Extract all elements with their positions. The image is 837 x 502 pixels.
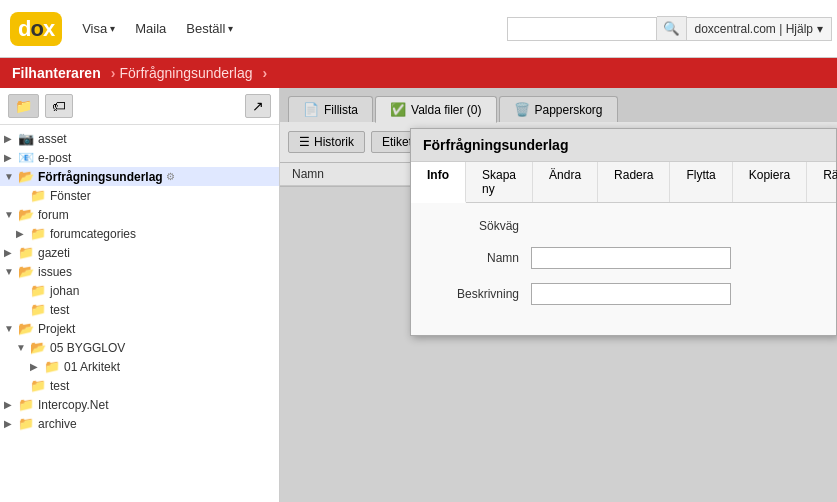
breadcrumb-root: Filhanteraren [12, 65, 101, 81]
toggle-icon: ▶ [4, 133, 18, 144]
breadcrumb-arrow: › [262, 65, 267, 81]
folder-open-icon: 📂 [18, 264, 34, 279]
toggle-icon: ▼ [4, 266, 18, 277]
folder-icon: 📁 [30, 302, 46, 317]
tree-label: Fönster [50, 189, 91, 203]
popup-body: Sökväg Namn Beskrivning [411, 203, 836, 335]
popup-tab-info[interactable]: Info [411, 162, 466, 203]
breadcrumb-current[interactable]: Förfrågningsunderlag [119, 65, 252, 81]
search-button[interactable]: 🔍 [657, 16, 687, 41]
toggle-icon: ▶ [4, 418, 18, 429]
tree-label: Projekt [38, 322, 75, 336]
folder-open-icon: 📂 [18, 169, 34, 184]
toggle-icon: ▶ [4, 399, 18, 410]
folder-icon: 📁 [18, 245, 34, 260]
toggle-icon: ▼ [4, 323, 18, 334]
folder-view-btn[interactable]: 📁 [8, 94, 39, 118]
tree-label: 05 BYGGLOV [50, 341, 125, 355]
tree-item-bygglov[interactable]: ▼ 📂 05 BYGGLOV [0, 338, 279, 357]
popup-tab-rattigheter[interactable]: Rättighetskontroll [807, 162, 837, 202]
external-link-btn[interactable]: ↗ [245, 94, 271, 118]
tree-label: asset [38, 132, 67, 146]
folder-icon: 📧 [18, 150, 34, 165]
settings-icon[interactable]: ⚙ [166, 171, 175, 182]
tree-label: 01 Arkitekt [64, 360, 120, 374]
popup-tabs: Info Skapa ny Ändra Radera Flytta Kopier… [411, 162, 836, 203]
tree-item-intercopy[interactable]: ▶ 📁 Intercopy.Net [0, 395, 279, 414]
help-area[interactable]: doxcentral.com | Hjälp ▾ [686, 17, 833, 41]
form-row-namn: Namn [431, 247, 816, 269]
tree-label: forumcategories [50, 227, 136, 241]
folder-open-icon: 📂 [18, 207, 34, 222]
tree-item-forumcategories[interactable]: ▶ 📁 forumcategories [0, 224, 279, 243]
search-area: 🔍 [507, 16, 687, 41]
tree-label: gazeti [38, 246, 70, 260]
tree-item-forfragan[interactable]: ▼ 📂 Förfrågningsunderlag ⚙ [0, 167, 279, 186]
sidebar: 📁 🏷 ↗ ▶ 📷 asset ▶ 📧 e-post ▼ 📂 Förfrågni… [0, 88, 280, 502]
tree-label: Förfrågningsunderlag [38, 170, 163, 184]
popup-tab-kopiera[interactable]: Kopiera [733, 162, 807, 202]
right-panel: 📄 Fillista ✅ Valda filer (0) 🗑️ Pappersk… [280, 88, 837, 502]
folder-icon: 📁 [18, 397, 34, 412]
toggle-icon: ▶ [16, 228, 30, 239]
sidebar-toolbar: 📁 🏷 ↗ [0, 88, 279, 125]
breadcrumb-bar: Filhanteraren › Förfrågningsunderlag › [0, 58, 837, 88]
tree-item-projekt[interactable]: ▼ 📂 Projekt [0, 319, 279, 338]
tree-label: issues [38, 265, 72, 279]
tree-item-issues[interactable]: ▼ 📂 issues [0, 262, 279, 281]
file-tree: ▶ 📷 asset ▶ 📧 e-post ▼ 📂 Förfrågningsund… [0, 125, 279, 437]
tree-item-arkitekt[interactable]: ▶ 📁 01 Arkitekt [0, 357, 279, 376]
tree-item-test2[interactable]: 📁 test [0, 376, 279, 395]
tree-label: forum [38, 208, 69, 222]
breadcrumb-separator: › [111, 65, 116, 81]
tree-label: e-post [38, 151, 71, 165]
help-text: doxcentral.com | Hjälp [695, 22, 814, 36]
help-arrow-icon: ▾ [817, 22, 823, 36]
popup-tab-radera[interactable]: Radera [598, 162, 670, 202]
folder-open-icon: 📂 [30, 340, 46, 355]
toggle-icon: ▼ [16, 342, 30, 353]
popup-tab-flytta[interactable]: Flytta [670, 162, 732, 202]
search-input[interactable] [507, 17, 657, 41]
toggle-icon: ▶ [4, 152, 18, 163]
tree-label: archive [38, 417, 77, 431]
nav-maila[interactable]: Maila [135, 21, 166, 36]
label-beskrivning: Beskrivning [431, 287, 531, 301]
bestall-arrow-icon: ▾ [228, 23, 233, 34]
tree-label: Intercopy.Net [38, 398, 108, 412]
input-namn[interactable] [531, 247, 731, 269]
tag-view-btn[interactable]: 🏷 [45, 94, 73, 118]
folder-open-icon: 📂 [18, 321, 34, 336]
tree-label: johan [50, 284, 79, 298]
popup-tab-skapa[interactable]: Skapa ny [466, 162, 533, 202]
tree-item-asset[interactable]: ▶ 📷 asset [0, 129, 279, 148]
tree-item-forum[interactable]: ▼ 📂 forum [0, 205, 279, 224]
tree-item-gazeti[interactable]: ▶ 📁 gazeti [0, 243, 279, 262]
folder-icon: 📷 [18, 131, 34, 146]
tree-item-johan[interactable]: 📁 johan [0, 281, 279, 300]
visa-arrow-icon: ▾ [110, 23, 115, 34]
popup-dialog: Förfrågningsunderlag Info Skapa ny Ändra… [410, 128, 837, 336]
label-namn: Namn [431, 251, 531, 265]
folder-icon: 📁 [44, 359, 60, 374]
main-content: 📁 🏷 ↗ ▶ 📷 asset ▶ 📧 e-post ▼ 📂 Förfrågni… [0, 88, 837, 502]
nav-bestall[interactable]: Beställ ▾ [186, 21, 233, 36]
tree-label: test [50, 379, 69, 393]
tree-item-archive[interactable]: ▶ 📁 archive [0, 414, 279, 433]
label-sokvag: Sökväg [431, 219, 531, 233]
folder-icon: 📁 [30, 188, 46, 203]
popup-tab-andra[interactable]: Ändra [533, 162, 598, 202]
top-bar: dox Visa ▾ Maila Beställ ▾ 🔍 doxcentral.… [0, 0, 837, 58]
toggle-icon: ▼ [4, 171, 18, 182]
tree-item-fonster[interactable]: 📁 Fönster [0, 186, 279, 205]
nav-visa[interactable]: Visa ▾ [82, 21, 115, 36]
tree-item-epost[interactable]: ▶ 📧 e-post [0, 148, 279, 167]
toggle-icon: ▶ [30, 361, 44, 372]
folder-icon: 📁 [30, 283, 46, 298]
toggle-icon: ▼ [4, 209, 18, 220]
input-beskrivning[interactable] [531, 283, 731, 305]
tree-item-test1[interactable]: 📁 test [0, 300, 279, 319]
form-row-sokvag: Sökväg [431, 219, 816, 233]
logo[interactable]: dox [10, 12, 62, 46]
tree-label: test [50, 303, 69, 317]
